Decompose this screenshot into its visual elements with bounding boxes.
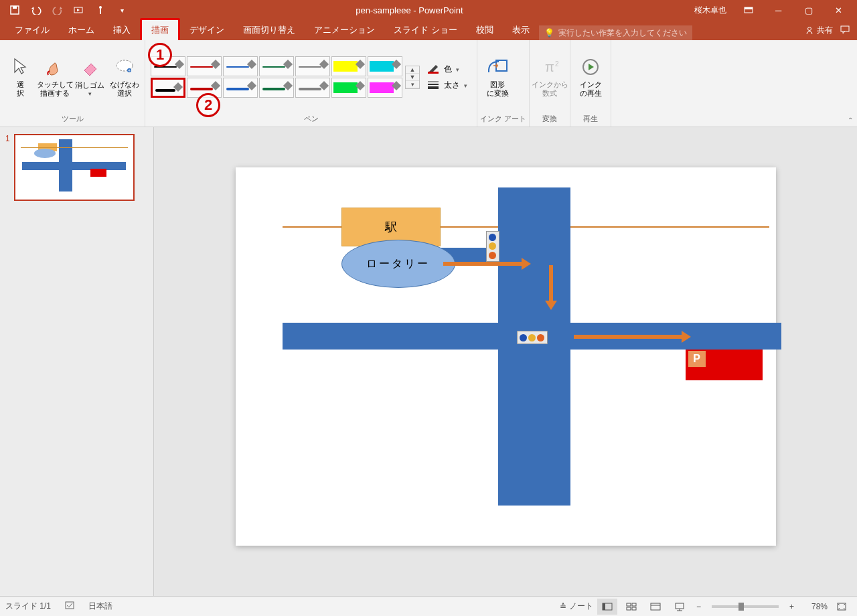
tab-review[interactable]: 校閲 (467, 20, 503, 40)
normal-view[interactable] (597, 599, 617, 615)
color-label[interactable]: 色 (444, 64, 452, 75)
svg-rect-24 (627, 607, 631, 610)
pen-thick-red[interactable] (187, 78, 222, 98)
minimize-button[interactable]: ─ (763, 0, 793, 20)
ribbon-tabs: ファイル ホーム 挿入 描画 デザイン 画面切り替え アニメーション スライド … (0, 20, 857, 40)
slide-canvas[interactable]: 駅 ロータリー P (236, 167, 776, 546)
tab-transitions[interactable]: 画面切り替え (234, 20, 305, 40)
tab-home[interactable]: ホーム (59, 20, 104, 40)
close-button[interactable]: ✕ (824, 0, 854, 20)
tell-me-search[interactable]: 💡 実行したい作業を入力してください (539, 25, 692, 40)
highlighter-yellow[interactable] (331, 56, 366, 76)
fit-to-window[interactable] (832, 599, 852, 615)
zoom-in[interactable]: + (787, 602, 797, 611)
pen-thick-green[interactable] (259, 78, 294, 98)
zoom-out[interactable]: − (694, 602, 704, 611)
svg-text:+: + (128, 68, 131, 73)
svg-rect-7 (841, 26, 849, 31)
svg-rect-5 (745, 7, 753, 9)
reading-view[interactable] (645, 599, 666, 615)
language-indicator[interactable]: 日本語 (88, 601, 112, 612)
tab-file[interactable]: ファイル (5, 20, 59, 40)
lasso-select-tool[interactable]: + なげなわ 選択 (107, 47, 142, 107)
redo-button[interactable] (48, 2, 67, 18)
pen-gallery-scroll[interactable]: ▲ ▼ ▾ (405, 66, 420, 89)
pen-thin-blue[interactable] (223, 56, 258, 76)
notes-icon: ≙ (560, 602, 566, 611)
arrow-2 (549, 265, 553, 307)
slide-thumbnail-pane[interactable]: 1 (0, 127, 154, 596)
eraser-icon (79, 57, 100, 78)
zoom-level[interactable]: 78% (801, 602, 828, 611)
quick-access-toolbar: ▾ (0, 2, 131, 18)
group-label-tools: ツール (3, 112, 142, 125)
touch-mode-button[interactable] (91, 2, 110, 18)
thickness-label[interactable]: 太さ (444, 80, 460, 91)
chevron-down-icon: ▾ (456, 66, 459, 73)
slide-editor[interactable]: 駅 ロータリー P (154, 127, 857, 596)
slide-thumbnail-1[interactable] (14, 134, 135, 201)
group-label-inkart: インク アート (480, 112, 526, 125)
maximize-button[interactable]: ▢ (793, 0, 824, 20)
user-name[interactable]: 桜木卓也 (688, 5, 733, 16)
lasso-icon: + (114, 56, 135, 78)
tab-draw[interactable]: 描画 (140, 18, 180, 40)
lightbulb-icon: 💡 (544, 28, 554, 37)
notes-button[interactable]: ≙ノート (560, 601, 593, 612)
collapse-ribbon[interactable]: ⌃ (848, 117, 853, 124)
spellcheck-icon[interactable] (64, 601, 75, 612)
tab-view[interactable]: 表示 (503, 20, 539, 40)
arrow-3 (574, 335, 688, 339)
save-button[interactable] (5, 2, 24, 18)
comments-icon[interactable] (840, 25, 850, 36)
slide-sorter-view[interactable] (621, 599, 641, 615)
customize-qat-button[interactable]: ▾ (112, 2, 131, 18)
start-from-beginning-button[interactable] (70, 2, 88, 18)
highlighter-cyan[interactable] (368, 56, 402, 76)
parking-label: P (688, 351, 706, 367)
highlighter-magenta[interactable] (368, 78, 402, 98)
pen-thick-gray[interactable] (295, 78, 330, 98)
undo-button[interactable] (27, 2, 46, 18)
ribbon-group-inkart: 図形 に変換 インク アート (477, 40, 530, 127)
shape-convert-icon (487, 56, 508, 78)
pen-thin-red[interactable] (187, 56, 222, 76)
zoom-slider[interactable] (712, 605, 779, 608)
tab-slideshow[interactable]: スライド ショー (384, 20, 467, 40)
tab-insert[interactable]: 挿入 (104, 20, 140, 40)
select-tool[interactable]: 選 択 (3, 47, 37, 107)
pen-color-icon (426, 63, 440, 76)
scroll-up-icon[interactable]: ▲ (406, 66, 419, 74)
tab-design[interactable]: デザイン (180, 20, 234, 40)
pen-thick-black[interactable] (151, 78, 185, 98)
replay-icon (580, 56, 601, 78)
window-title: pen-sampleee - PowerPoint (131, 5, 688, 15)
slideshow-view[interactable] (670, 599, 690, 615)
scroll-down-icon[interactable]: ▼ (406, 74, 419, 81)
pen-thin-black[interactable] (151, 56, 185, 76)
arrow-1 (443, 262, 528, 266)
svg-rect-22 (627, 603, 631, 606)
pen-thin-gray[interactable] (295, 56, 330, 76)
ink-replay[interactable]: インク の再生 (573, 47, 608, 107)
svg-point-6 (808, 27, 811, 31)
convert-to-shape[interactable]: 図形 に変換 (480, 47, 515, 107)
highlighter-green[interactable] (331, 78, 366, 98)
slide-indicator[interactable]: スライド 1/1 (5, 601, 51, 612)
share-button[interactable]: 共有 (805, 25, 833, 36)
svg-text:π: π (545, 60, 554, 74)
tab-animations[interactable]: アニメーション (305, 20, 384, 40)
ribbon-display-options[interactable] (733, 0, 763, 20)
svg-rect-28 (676, 603, 684, 609)
pen-thin-green[interactable] (259, 56, 294, 76)
pen-thick-blue[interactable] (223, 78, 258, 98)
group-label-pens: ペン (148, 112, 474, 125)
ink-to-math[interactable]: π2 インクから 数式 (532, 47, 567, 107)
eraser-tool[interactable]: 消しゴム ▾ (72, 47, 107, 107)
expand-gallery-icon[interactable]: ▾ (406, 81, 419, 88)
traffic-light-vertical (486, 231, 499, 262)
svg-rect-23 (632, 603, 636, 606)
svg-rect-26 (651, 603, 660, 610)
touch-draw-tool[interactable]: タッチして 描画する (37, 47, 72, 107)
ribbon: 選 択 タッチして 描画する 消しゴム ▾ + なげなわ 選択 ツール (0, 40, 857, 127)
